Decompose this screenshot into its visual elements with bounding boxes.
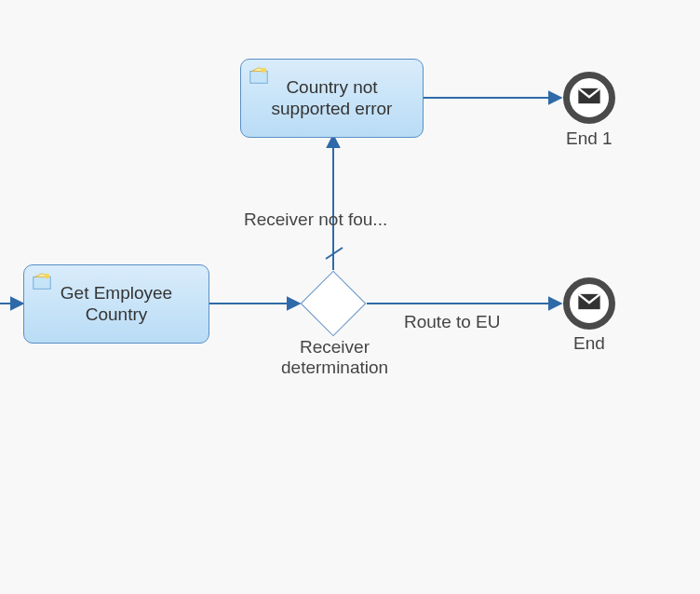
task-type-icon bbox=[32, 271, 52, 291]
task-country-not-supported[interactable]: Country not supported error bbox=[240, 59, 424, 138]
gateway-label: Receiver determination bbox=[281, 337, 388, 378]
svg-point-11 bbox=[262, 68, 267, 74]
gateway-receiver-determination[interactable] bbox=[301, 271, 367, 337]
flow-label-route-eu: Route to EU bbox=[404, 312, 501, 332]
end-event-end1[interactable] bbox=[563, 72, 615, 124]
task-get-employee-country[interactable]: Get Employee Country bbox=[23, 264, 209, 344]
end1-label: End 1 bbox=[566, 128, 612, 149]
end-label: End bbox=[573, 333, 605, 354]
message-icon bbox=[576, 83, 602, 113]
message-icon bbox=[576, 289, 602, 318]
task-type-icon bbox=[249, 65, 269, 86]
svg-rect-9 bbox=[250, 71, 267, 83]
end-event-end[interactable] bbox=[563, 277, 615, 330]
svg-rect-6 bbox=[34, 277, 50, 289]
flow-label-not-found: Receiver not fou... bbox=[244, 209, 387, 230]
svg-line-3 bbox=[326, 248, 343, 259]
svg-point-8 bbox=[45, 274, 50, 279]
